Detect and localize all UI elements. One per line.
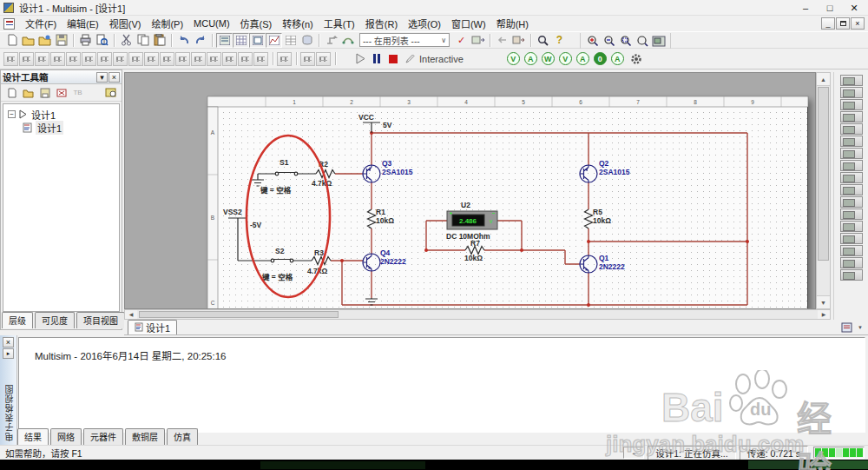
scroll-left-button[interactable]: ◀ — [125, 310, 137, 319]
bus-vector-button[interactable] — [339, 33, 356, 48]
close-button[interactable]: ✕ — [842, 1, 866, 16]
place-rf-button[interactable] — [207, 52, 221, 66]
agilent-function-generator-button[interactable] — [840, 245, 863, 256]
pause-button[interactable] — [368, 51, 385, 66]
export-db-button[interactable] — [470, 33, 486, 48]
bode-plotter-button[interactable] — [840, 136, 863, 147]
digital-probe-button[interactable]: 0 — [594, 52, 607, 65]
new-button[interactable] — [3, 33, 20, 48]
network-analyzer-button[interactable] — [840, 233, 863, 244]
mdi-restore-button[interactable] — [836, 17, 850, 30]
schematic-canvas[interactable]: 1 2 3 4 5 6 7 8 9 A B C — [124, 72, 816, 309]
word-generator-button[interactable] — [840, 160, 863, 171]
tab-copper-layers[interactable]: 敷铜层 — [125, 428, 165, 445]
spreadsheet-button[interactable] — [282, 33, 299, 48]
in-use-list-dropdown[interactable]: --- 在用列表 --- ∨ — [359, 33, 450, 47]
tree-child-item[interactable]: 设计1 — [23, 121, 117, 134]
spreadsheet-content[interactable]: Multisim - 2016年6月14日 星期二, 20:25:16 — [18, 337, 865, 433]
toolbox-rename-button[interactable]: TB — [69, 85, 86, 100]
scroll-thumb[interactable] — [818, 87, 829, 261]
spreadsheet-expand-button[interactable]: ▸ — [3, 348, 14, 359]
scroll-right-button[interactable]: ▶ — [818, 310, 830, 319]
place-electromechanical-button[interactable] — [222, 52, 237, 66]
place-advanced-peripherals-button[interactable] — [191, 52, 206, 66]
tab-project-view[interactable]: 项目视图 — [76, 312, 125, 328]
toggle-breadboard-button[interactable] — [216, 33, 233, 48]
toolbox-close-sheet-button[interactable] — [53, 85, 69, 100]
logic-converter-button[interactable] — [840, 172, 863, 183]
agilent-oscilloscope-button[interactable] — [840, 269, 863, 281]
hierarchical-block-button[interactable] — [300, 52, 315, 66]
paste-button[interactable] — [151, 33, 168, 48]
scroll-up-button[interactable]: ▲ — [817, 73, 830, 86]
stop-button[interactable] — [385, 51, 401, 66]
tab-results[interactable]: 结果 — [17, 428, 49, 445]
place-connector-button[interactable] — [253, 52, 268, 66]
logic-analyzer-button[interactable] — [840, 184, 863, 195]
scroll-down-button[interactable]: ▼ — [817, 295, 830, 308]
place-source-button[interactable] — [3, 52, 18, 66]
menu-window[interactable]: 窗口(W) — [446, 17, 491, 31]
menu-simulate[interactable]: 仿真(S) — [235, 17, 278, 31]
menu-transfer[interactable]: 转移(n) — [277, 17, 318, 31]
cut-button[interactable] — [118, 33, 135, 48]
place-misc-digital-button[interactable] — [113, 52, 128, 66]
interactive-pencil-icon[interactable] — [401, 51, 418, 66]
vertical-scrollbar[interactable]: ▲ ▼ — [816, 72, 831, 309]
undo-button[interactable] — [175, 33, 192, 48]
place-analog-button[interactable] — [66, 52, 81, 66]
sheet-list-icon[interactable] — [841, 322, 852, 333]
place-misc-button[interactable] — [175, 52, 190, 66]
redo-button[interactable] — [192, 33, 208, 48]
copy-button[interactable] — [135, 33, 151, 48]
tab-visibility[interactable]: 可见度 — [35, 312, 75, 328]
tree-root-item[interactable]: − 设计1 — [5, 108, 117, 121]
print-button[interactable] — [77, 33, 94, 48]
zoom-area-button[interactable] — [617, 34, 634, 49]
frequency-counter-button[interactable] — [840, 148, 863, 159]
menu-file[interactable]: 文件(F) — [20, 17, 62, 31]
spectrum-analyzer-button[interactable] — [840, 221, 863, 232]
find-button[interactable] — [535, 33, 551, 48]
tab-scroll-down-icon[interactable]: ▼ — [858, 325, 863, 330]
function-generator-button[interactable] — [840, 87, 863, 98]
gear-icon[interactable] — [628, 51, 645, 66]
menu-mcu[interactable]: MCU(M) — [188, 17, 235, 31]
hierarchy-up-button[interactable] — [323, 33, 339, 48]
current-probe-button[interactable]: A — [524, 52, 537, 65]
voltage-ref-probe-button[interactable]: V — [559, 52, 572, 65]
place-indicator-button[interactable] — [144, 52, 159, 66]
spreadsheet-close-button[interactable]: × — [3, 337, 14, 348]
place-ttl-button[interactable] — [82, 52, 96, 66]
tab-nets[interactable]: 网络 — [50, 428, 82, 445]
toggle-border-button[interactable] — [249, 33, 266, 48]
wattmeter-button[interactable] — [840, 99, 863, 110]
distortion-analyzer-button[interactable] — [840, 209, 863, 220]
toggle-grid-button[interactable] — [233, 33, 249, 48]
voltage-probe-button[interactable]: V — [507, 52, 520, 65]
minimize-button[interactable]: – — [793, 1, 818, 16]
place-mcu-button[interactable] — [277, 52, 292, 66]
help-button[interactable]: ? — [551, 33, 568, 48]
tab-simulation[interactable]: 仿真 — [167, 428, 198, 445]
multimeter-instrument-button[interactable] — [840, 75, 863, 86]
document-tab-design1[interactable]: 设计1 — [128, 320, 177, 334]
zoom-fit-button[interactable] — [634, 34, 650, 49]
iv-analyzer-button[interactable] — [840, 196, 863, 208]
power-probe-button[interactable]: W — [542, 52, 555, 65]
forward-annotate-button[interactable] — [510, 33, 527, 48]
run-button[interactable] — [352, 51, 368, 66]
place-ni-component-button[interactable] — [238, 52, 253, 66]
grapher-button[interactable] — [266, 33, 282, 48]
panel-close-button[interactable]: × — [108, 72, 120, 83]
mdi-minimize-button[interactable]: _ — [821, 17, 835, 30]
zoom-out-button[interactable] — [601, 34, 617, 49]
place-diode-button[interactable] — [35, 52, 49, 66]
mdi-close-button[interactable]: × — [851, 17, 865, 30]
place-cmos-button[interactable] — [97, 52, 112, 66]
toolbox-save-button[interactable] — [36, 85, 53, 100]
multimeter-u2[interactable]: 2.486 v — [447, 211, 497, 229]
menu-options[interactable]: 选项(O) — [403, 17, 446, 31]
menu-help[interactable]: 帮助(H) — [491, 17, 534, 31]
toolbox-new-button[interactable] — [3, 85, 20, 100]
